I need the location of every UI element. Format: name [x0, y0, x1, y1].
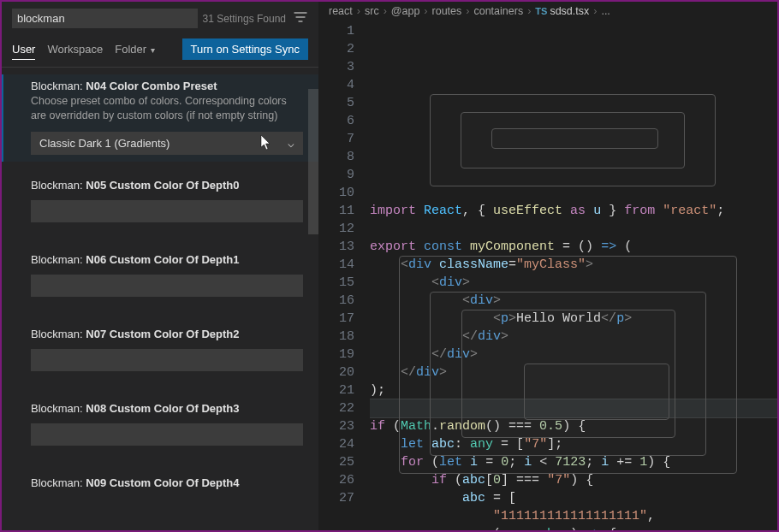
- setting-item: Blockman: N05 Custom Color Of Depth0: [2, 174, 318, 229]
- setting-name: N09 Custom Color Of Depth4: [86, 476, 239, 489]
- line-number: 17: [318, 310, 354, 328]
- block-box: [461, 112, 685, 168]
- code-line[interactable]: "111111111111111111",: [370, 507, 777, 525]
- code-line[interactable]: for (let i = 0; i < 7123; i += 1) {: [370, 453, 777, 471]
- line-number: 12: [318, 220, 354, 238]
- setting-ext: Blockman:: [31, 328, 83, 340]
- setting-name: N06 Custom Color Of Depth1: [86, 253, 239, 266]
- setting-description: Choose preset combo of colors. Correspon…: [31, 94, 303, 123]
- breadcrumb-sep: ›: [466, 5, 469, 17]
- line-number: 6: [318, 112, 354, 130]
- breadcrumb-filename: sdsd.tsx: [550, 5, 589, 17]
- setting-text-input[interactable]: [31, 275, 303, 297]
- setting-ext: Blockman:: [31, 179, 83, 192]
- line-number: 22: [318, 399, 354, 417]
- line-number: 9: [318, 166, 354, 184]
- line-number: 1: [318, 22, 354, 40]
- code-editor[interactable]: 1234567891011121314151617181920212223242…: [318, 21, 777, 532]
- breadcrumb-item[interactable]: @app: [391, 5, 420, 17]
- code-content[interactable]: import React, { useEffect as u } from "r…: [370, 22, 777, 532]
- setting-select[interactable]: Classic Dark 1 (Gradients) ⌵: [31, 132, 303, 155]
- line-number: 18: [318, 328, 354, 346]
- line-number: 20: [318, 364, 354, 381]
- code-line[interactable]: </div>: [370, 328, 777, 346]
- line-number: 25: [318, 453, 354, 471]
- code-line[interactable]: <p>Hello World</p>: [370, 310, 777, 328]
- setting-select-value: Classic Dark 1 (Gradients): [39, 137, 169, 150]
- setting-text-input[interactable]: [31, 349, 303, 371]
- code-line[interactable]: <div>: [370, 274, 777, 292]
- breadcrumb-item[interactable]: routes: [432, 5, 462, 17]
- breadcrumb-sep: ›: [357, 5, 360, 17]
- breadcrumb-item[interactable]: ...: [601, 5, 610, 17]
- line-number: 26: [318, 471, 354, 489]
- filter-icon[interactable]: [293, 12, 308, 25]
- breadcrumbs[interactable]: react› src› @app› routes› containers› TS…: [318, 2, 777, 21]
- code-line[interactable]: export const myComponent = () => (: [370, 238, 777, 256]
- code-line[interactable]: </div>: [370, 346, 777, 364]
- code-line[interactable]: let abc: any = ["7"];: [370, 435, 777, 453]
- scope-user[interactable]: User: [12, 39, 35, 60]
- line-number: 14: [318, 256, 354, 274]
- chevron-down-icon: ▾: [148, 45, 155, 55]
- line-number: 4: [318, 76, 354, 94]
- setting-title: Blockman: N04 Color Combo Preset: [31, 80, 303, 92]
- setting-item: Blockman: N06 Custom Color Of Depth1: [2, 248, 318, 304]
- scope-folder-label: Folder: [115, 43, 146, 56]
- breadcrumb-sep: ›: [527, 5, 531, 17]
- settings-search-input[interactable]: [12, 9, 198, 28]
- scope-workspace[interactable]: Workspace: [47, 39, 103, 59]
- line-number: 7: [318, 130, 354, 148]
- scrollbar-thumb[interactable]: [308, 89, 318, 234]
- setting-ext: Blockman:: [31, 476, 83, 489]
- ts-file-icon: TS: [535, 6, 547, 16]
- line-number: 24: [318, 435, 354, 453]
- line-numbers: 1234567891011121314151617181920212223242…: [318, 22, 370, 532]
- setting-item: Blockman: N09 Custom Color Of Depth4: [2, 471, 318, 498]
- block-box: [430, 94, 716, 186]
- scope-folder[interactable]: Folder ▾: [115, 39, 155, 59]
- breadcrumb-file[interactable]: TSsdsd.tsx: [535, 5, 589, 17]
- code-line[interactable]: (p: number) => {: [370, 525, 777, 532]
- line-number: 2: [318, 40, 354, 58]
- line-number: 3: [318, 58, 354, 76]
- line-number: 19: [318, 346, 354, 364]
- setting-name: N05 Custom Color Of Depth0: [86, 179, 239, 192]
- setting-text-input[interactable]: [31, 423, 303, 446]
- code-line[interactable]: if (Math.random() === 0.5) {: [370, 417, 777, 435]
- settings-panel: 31 Settings Found User Workspace Folder …: [2, 2, 318, 530]
- setting-item: Blockman: N07 Custom Color Of Depth2: [2, 322, 318, 378]
- setting-title: Blockman: N07 Custom Color Of Depth2: [31, 328, 303, 340]
- line-number: 5: [318, 94, 354, 112]
- setting-ext: Blockman:: [31, 253, 83, 266]
- setting-item: Blockman: N04 Color Combo Preset Choose …: [2, 74, 318, 162]
- cursor-icon: [260, 135, 272, 151]
- setting-ext: Blockman:: [31, 402, 83, 415]
- code-line[interactable]: <div className="myClass">: [370, 256, 777, 274]
- code-line[interactable]: if (abc[0] === "7") {: [370, 471, 777, 489]
- code-line[interactable]: [370, 399, 777, 417]
- editor-panel: react› src› @app› routes› containers› TS…: [318, 2, 777, 530]
- line-number: 11: [318, 202, 354, 220]
- breadcrumb-item[interactable]: react: [329, 5, 353, 17]
- settings-list[interactable]: Blockman: N04 Color Combo Preset Choose …: [2, 68, 318, 530]
- code-line[interactable]: <div>: [370, 292, 777, 310]
- breadcrumb-sep: ›: [593, 5, 597, 17]
- settings-sync-button[interactable]: Turn on Settings Sync: [182, 38, 308, 60]
- line-number: 10: [318, 184, 354, 202]
- block-box: [491, 128, 658, 149]
- line-number: 8: [318, 148, 354, 166]
- setting-name: N04 Color Combo Preset: [86, 80, 217, 92]
- breadcrumb-item[interactable]: containers: [473, 5, 523, 17]
- code-line[interactable]: </div>: [370, 364, 777, 381]
- code-line[interactable]: abc = [: [370, 489, 777, 507]
- code-line[interactable]: );: [370, 381, 777, 399]
- code-line[interactable]: [370, 220, 777, 238]
- setting-title: Blockman: N08 Custom Color Of Depth3: [31, 402, 303, 415]
- line-number: 21: [318, 381, 354, 399]
- setting-title: Blockman: N06 Custom Color Of Depth1: [31, 253, 303, 266]
- breadcrumb-sep: ›: [424, 5, 427, 17]
- setting-text-input[interactable]: [31, 200, 303, 222]
- breadcrumb-item[interactable]: src: [365, 5, 379, 17]
- code-line[interactable]: import React, { useEffect as u } from "r…: [370, 202, 777, 220]
